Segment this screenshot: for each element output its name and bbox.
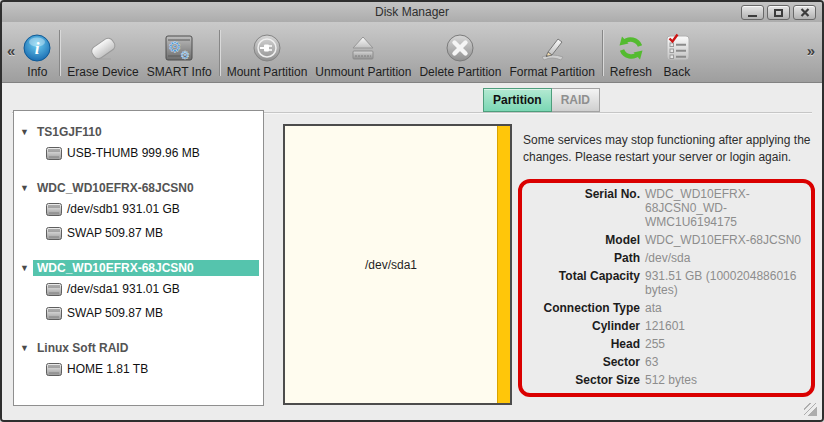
tab-bar: Partition RAID — [483, 88, 600, 112]
toolbar-button-unmount-partition[interactable]: Unmount Partition — [311, 32, 415, 79]
tree-group: ▼ TS1GJF110 USB-THUMB 999.96 MB — [20, 123, 259, 165]
toolbar-button-label: Back — [664, 65, 691, 79]
disk-icon — [46, 203, 62, 216]
titlebar[interactable]: Disk Manager — [2, 2, 822, 22]
disk-manager-window: Disk Manager « i Info — [0, 0, 824, 422]
minimize-icon — [748, 15, 757, 17]
partition-block-sda1[interactable]: /dev/sda1 — [283, 124, 512, 405]
resize-grip[interactable] — [804, 403, 817, 416]
tree-group: ▼ WDC_WD10EFRX-68JCSN0 /dev/sda1 931.01 … — [20, 259, 259, 325]
detail-row-sector: Sector 63 — [524, 355, 809, 369]
collapse-arrow-icon[interactable]: ▼ — [20, 183, 33, 193]
tree-node-wdc-sdb[interactable]: ▼ WDC_WD10EFRX-68JCSN0 — [20, 179, 259, 197]
disk-icon — [46, 283, 62, 296]
info-icon: i — [22, 32, 52, 64]
tab-raid[interactable]: RAID — [552, 88, 600, 112]
close-icon — [800, 8, 810, 17]
tree-group: ▼ WDC_WD10EFRX-68JCSN0 /dev/sdb1 931.01 … — [20, 179, 259, 245]
tree-item-sdb1[interactable]: /dev/sdb1 931.01 GB — [20, 197, 259, 221]
toolbar-separator — [59, 30, 60, 76]
toolbar-button-label: Format Partition — [509, 65, 594, 79]
back-icon — [660, 32, 694, 64]
tree-item-home[interactable]: HOME 1.81 TB — [20, 357, 259, 381]
smart-info-icon: ⚙ ⚙ — [162, 32, 196, 64]
device-details-panel: Serial No. WDC_WD10EFRX-68JCSN0_WD-WMC1U… — [518, 179, 815, 397]
maximize-button[interactable] — [767, 5, 790, 20]
detail-row-cylinder: Cylinder 121601 — [524, 319, 809, 333]
format-partition-icon — [534, 32, 570, 64]
toolbar-button-label: Info — [27, 65, 47, 79]
toolbar-button-delete-partition[interactable]: Delete Partition — [415, 32, 505, 79]
toolbar-button-refresh[interactable]: Refresh — [606, 32, 656, 79]
detail-row-connection-type: Connection Type ata — [524, 301, 809, 315]
toolbar-button-smart-info[interactable]: ⚙ ⚙ SMART Info — [143, 32, 216, 79]
toolbar-button-label: Erase Device — [67, 65, 138, 79]
tree-node-wdc-sda-selected[interactable]: ▼ WDC_WD10EFRX-68JCSN0 — [20, 259, 259, 277]
detail-row-head: Head 255 — [524, 337, 809, 351]
minimize-button[interactable] — [741, 5, 764, 20]
refresh-icon — [614, 32, 648, 64]
toolbar-scroll-left[interactable]: « — [4, 42, 18, 59]
disk-icon — [46, 147, 62, 160]
tree-node-linux-soft-raid[interactable]: ▼ Linux Soft RAID — [20, 339, 259, 357]
disk-icon — [46, 227, 62, 240]
toolbar-scroll-right[interactable]: » — [804, 42, 818, 59]
eraser-icon — [85, 32, 121, 64]
toolbar-button-erase-device[interactable]: Erase Device — [63, 32, 142, 79]
tree-item-usb-thumb[interactable]: USB-THUMB 999.96 MB — [20, 141, 259, 165]
toolbar-button-label: Delete Partition — [419, 65, 501, 79]
toolbar-separator — [602, 30, 603, 76]
toolbar-button-label: SMART Info — [147, 65, 212, 79]
tab-partition[interactable]: Partition — [483, 88, 552, 112]
toolbar-separator — [219, 30, 220, 76]
partition-label: /dev/sda1 — [285, 126, 497, 403]
disk-icon — [46, 307, 62, 320]
disk-icon — [46, 363, 62, 376]
toolbar-button-mount-partition[interactable]: Mount Partition — [223, 32, 312, 79]
collapse-arrow-icon[interactable]: ▼ — [20, 263, 33, 273]
close-button[interactable] — [793, 5, 816, 20]
svg-text:⚙: ⚙ — [180, 49, 190, 62]
detail-row-sector-size: Sector Size 512 bytes — [524, 373, 809, 387]
svg-text:i: i — [35, 39, 40, 58]
toolbar: « i Info Erase Device — [2, 22, 822, 83]
detail-row-model: Model WDC_WD10EFRX-68JCSN0 — [524, 233, 809, 247]
collapse-arrow-icon[interactable]: ▼ — [20, 127, 33, 137]
detail-row-path: Path /dev/sda — [524, 251, 809, 265]
tree-item-sda1[interactable]: /dev/sda1 931.01 GB — [20, 277, 259, 301]
tree-item-swap-sdb[interactable]: SWAP 509.87 MB — [20, 221, 259, 245]
detail-row-total-capacity: Total Capacity 931.51 GB (1000204886016 … — [524, 269, 809, 297]
toolbar-button-back[interactable]: Back — [656, 32, 698, 79]
partition-free-space-strip — [497, 126, 510, 403]
window-title: Disk Manager — [2, 5, 822, 19]
main-content: Partition RAID ▼ TS1GJF110 USB-THUMB 999… — [2, 83, 822, 420]
toolbar-button-label: Unmount Partition — [315, 65, 411, 79]
window-controls — [741, 5, 816, 20]
collapse-arrow-icon[interactable]: ▼ — [20, 343, 33, 353]
toolbar-button-format-partition[interactable]: Format Partition — [505, 32, 598, 79]
maximize-icon — [774, 9, 783, 17]
detail-row-serial: Serial No. WDC_WD10EFRX-68JCSN0_WD-WMC1U… — [524, 187, 809, 229]
tree-node-ts1gjf110[interactable]: ▼ TS1GJF110 — [20, 123, 259, 141]
notice-text: Some services may stop functioning after… — [523, 132, 824, 166]
unmount-partition-icon — [346, 32, 380, 64]
mount-partition-icon — [250, 32, 284, 64]
toolbar-button-info[interactable]: i Info — [18, 32, 56, 79]
delete-partition-icon — [443, 32, 477, 64]
toolbar-button-label: Refresh — [610, 65, 652, 79]
tree-item-swap-sda[interactable]: SWAP 509.87 MB — [20, 301, 259, 325]
toolbar-button-label: Mount Partition — [227, 65, 308, 79]
device-tree-panel: ▼ TS1GJF110 USB-THUMB 999.96 MB ▼ WDC_WD… — [13, 110, 264, 406]
tree-group: ▼ Linux Soft RAID HOME 1.81 TB — [20, 339, 259, 381]
